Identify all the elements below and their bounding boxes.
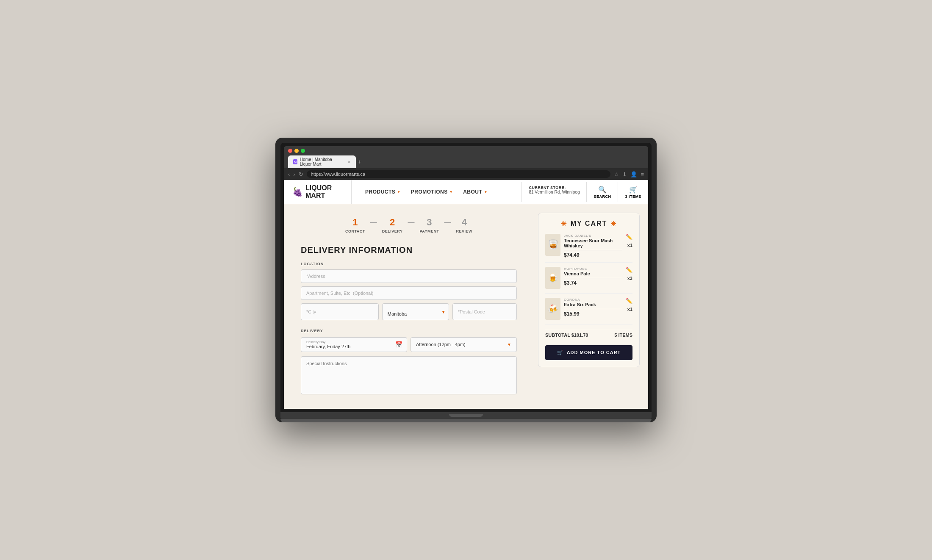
cart-item-pale-ale-qty: x3 (627, 276, 632, 281)
logo-area[interactable]: 🍇 LIQUOR MART (284, 180, 352, 203)
cart-item-pale-ale-img: 🍺 (545, 267, 560, 289)
browser-actions: ☆ ⬇ 👤 ≡ (614, 171, 644, 177)
address-bar-input[interactable] (307, 170, 611, 178)
cart-item-whiskey-img: 🥃 (545, 234, 560, 256)
cart-item-pale-ale-actions: ✏️ x3 (626, 267, 632, 281)
nav-item-products[interactable]: PRODUCTS ▼ (360, 181, 406, 202)
cart-item-pale-ale-details: HOPTOPUSS Vienna Pale $3.74 (564, 267, 622, 286)
products-dropdown-arrow: ▼ (397, 190, 400, 194)
cart-item-corona: 🍻 Corona Extra Six Pack $15.99 ✏️ (545, 298, 632, 324)
step-contact: 1 CONTACT (345, 217, 365, 233)
subtotal-items-count: 5 ITEMS (614, 333, 632, 338)
tab-close-button[interactable]: ✕ (347, 160, 351, 164)
step-4-label: REVIEW (456, 229, 473, 233)
menu-icon[interactable]: ≡ (641, 171, 644, 177)
nav-item-about[interactable]: ABOUT ▼ (458, 181, 493, 202)
cart-item-corona-name: Extra Six Pack (564, 302, 622, 307)
edit-pale-ale-button[interactable]: ✏️ (626, 267, 632, 273)
city-input[interactable] (301, 303, 379, 320)
cart-item-pale-ale-price: $3.74 (564, 280, 622, 286)
cart-item-pale-ale-brand: HOPTOPUSS (564, 267, 622, 271)
browser-titlebar (284, 146, 648, 155)
location-label: LOCATION (301, 262, 517, 266)
maximize-window-button[interactable] (301, 149, 305, 153)
store-label: CURRENT STORE: (529, 186, 580, 190)
time-dropdown-arrow: ▼ (507, 342, 511, 347)
cart-item-whiskey-name: Tennessee Sour Mash Whiskey (564, 238, 622, 248)
address-input[interactable] (301, 269, 517, 283)
delivery-time-value: Afternoon (12pm - 4pm) (416, 342, 466, 347)
bookmark-icon[interactable]: ☆ (614, 171, 619, 177)
step-payment: 3 PAYMENT (419, 217, 439, 233)
site-header: 🍇 LIQUOR MART PRODUCTS ▼ PROMOTIONS (284, 180, 648, 204)
cart-item-whiskey-price: $74.49 (564, 252, 622, 258)
cart-item-corona-details: Corona Extra Six Pack $15.99 (564, 298, 622, 317)
profile-icon[interactable]: 👤 (630, 171, 637, 177)
cart-item-corona-price: $15.99 (564, 311, 622, 317)
province-select[interactable]: Manitoba (382, 303, 449, 320)
new-tab-button[interactable]: + (358, 158, 361, 165)
cart-item-corona-qty: x1 (627, 307, 632, 312)
laptop-base (280, 412, 652, 419)
nav-item-promotions[interactable]: PROMOTIONS ▼ (406, 181, 458, 202)
promotions-dropdown-arrow: ▼ (449, 190, 453, 194)
step-divider-2: — (408, 219, 414, 226)
forward-button[interactable]: › (293, 171, 295, 177)
add-more-to-cart-button[interactable]: 🛒 ADD MORE TO CART (545, 345, 632, 360)
city-province-row: Province Manitoba ▼ (301, 303, 517, 320)
delivery-row: Delivery Day February, Friday 27th 📅 Aft… (301, 337, 517, 352)
edit-whiskey-button[interactable]: ✏️ (626, 234, 632, 240)
browser-chrome: M Home | Manitoba Liquor Mart ✕ + ‹ › ↻ … (284, 146, 648, 408)
website-content: 🍇 LIQUOR MART PRODUCTS ▼ PROMOTIONS (284, 180, 648, 408)
apartment-input[interactable] (301, 286, 517, 300)
cart-button[interactable]: 🛒 3 ITEMS (618, 182, 648, 202)
postal-code-input[interactable] (452, 303, 517, 320)
calendar-icon: 📅 (395, 341, 402, 348)
step-divider-3: — (444, 219, 451, 226)
cart-item-whiskey-actions: ✏️ x1 (626, 234, 632, 248)
step-divider-1: — (370, 219, 377, 226)
laptop-notch (449, 414, 483, 417)
delivery-day-picker[interactable]: Delivery Day February, Friday 27th 📅 (301, 337, 407, 352)
close-window-button[interactable] (288, 149, 292, 153)
delivery-time-picker[interactable]: Afternoon (12pm - 4pm) ▼ (411, 337, 517, 352)
cart-sidebar: ✳ MY CART ✳ 🥃 Jack Daniel's (530, 204, 648, 409)
refresh-button[interactable]: ↻ (299, 171, 303, 177)
cart-item-separator-2 (564, 278, 622, 278)
cart-item-whiskey-details: Jack Daniel's Tennessee Sour Mash Whiske… (564, 234, 622, 258)
corona-six-pack-icon: 🍻 (548, 304, 558, 314)
tab-title: Home | Manitoba Liquor Mart (300, 157, 345, 166)
cart-title: ✳ MY CART ✳ (545, 220, 632, 228)
tab-favicon: M (293, 159, 297, 164)
header-right: CURRENT STORE: 81 Vermillion Rd, Winnipe… (521, 182, 648, 202)
browser-addressbar: ‹ › ↻ ☆ ⬇ 👤 ≡ (284, 168, 648, 180)
cart-item-separator-3 (564, 309, 622, 309)
cart-items-count: 3 ITEMS (625, 194, 641, 199)
site-main: 1 CONTACT — 2 DELIVERY — 3 PAYME (284, 204, 648, 409)
cart-item-whiskey-qty: x1 (627, 243, 632, 248)
edit-corona-button[interactable]: ✏️ (626, 298, 632, 304)
about-dropdown-arrow: ▼ (484, 190, 487, 194)
back-button[interactable]: ‹ (288, 171, 290, 177)
cart-subtotal: SUBTOTAL $101.70 5 ITEMS (545, 329, 632, 341)
browser-tab[interactable]: M Home | Manitoba Liquor Mart ✕ (288, 155, 356, 168)
search-label: SEARCH (594, 194, 611, 199)
delivery-label: DELIVERY (301, 329, 517, 333)
cart-icon: 🛒 (629, 186, 638, 194)
cart-star-right: ✳ (610, 220, 617, 228)
cart-item-corona-actions: ✏️ x1 (626, 298, 632, 312)
cart-item-corona-brand: Corona (564, 298, 622, 302)
cart-item-whiskey-brand: Jack Daniel's (564, 234, 622, 238)
tab-bar: M Home | Manitoba Liquor Mart ✕ + (284, 155, 648, 168)
search-icon: 🔍 (598, 186, 607, 194)
search-button[interactable]: 🔍 SEARCH (587, 182, 618, 202)
download-icon[interactable]: ⬇ (622, 171, 627, 177)
minimize-window-button[interactable] (294, 149, 299, 153)
whiskey-bottle-icon: 🥃 (547, 239, 559, 250)
step-delivery: 2 DELIVERY (382, 217, 403, 233)
cart-item-pale-ale: 🍺 HOPTOPUSS Vienna Pale $3.74 ✏️ (545, 267, 632, 294)
step-1-number: 1 (352, 217, 358, 228)
special-instructions-textarea[interactable] (301, 356, 517, 394)
laptop-stand (280, 419, 652, 422)
form-section-title: DELIVERY INFORMATION (301, 245, 517, 255)
